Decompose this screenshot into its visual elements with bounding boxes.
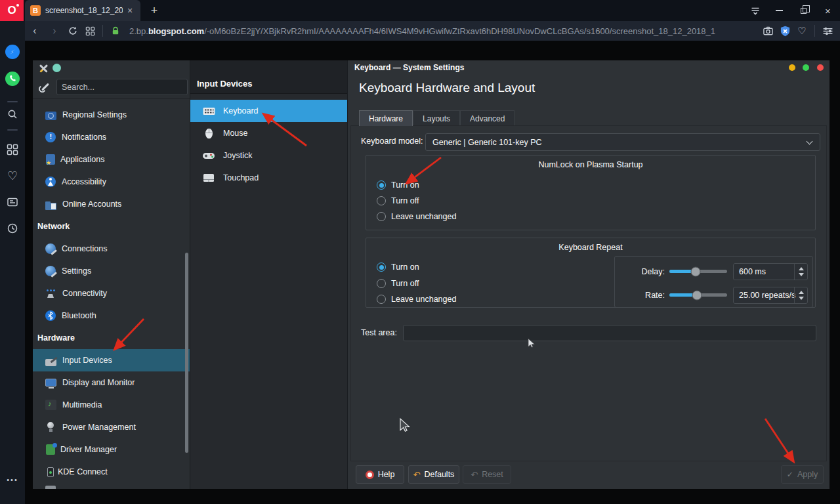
tune-icon[interactable] <box>819 26 836 37</box>
sidebar-item-regional-settings[interactable]: Regional Settings <box>33 104 190 126</box>
radio-icon <box>377 295 386 304</box>
sidebar-section-hardware: Hardware <box>33 327 190 349</box>
multimedia-icon <box>45 400 56 410</box>
messenger-icon[interactable] <box>5 45 20 62</box>
tab-layouts[interactable]: Layouts <box>413 110 460 126</box>
heart-icon[interactable]: ♡ <box>793 25 810 37</box>
back-button[interactable]: ‹ <box>25 25 45 37</box>
more-options-icon[interactable]: ••• <box>7 476 18 484</box>
reload-button[interactable] <box>64 26 81 36</box>
sidebar-item-input-devices[interactable]: Input Devices <box>33 349 190 371</box>
close-button[interactable]: × <box>816 0 840 21</box>
tab-bar: Hardware Layouts Advanced <box>359 110 514 126</box>
numlock-group-title: NumLock on Plasma Startup <box>366 160 815 169</box>
sidebar-item-driver-manager[interactable]: Driver Manager <box>33 438 190 461</box>
numlock-leave-unchanged[interactable]: Leave unchanged <box>377 209 456 224</box>
browser-tab[interactable]: B screenshot_18_12_20 × <box>25 0 140 21</box>
repeat-turn-on[interactable]: Turn on <box>377 260 419 274</box>
sidebar-item-bluetooth[interactable]: Bluetooth <box>33 304 190 327</box>
device-item-touchpad[interactable]: Touchpad <box>190 167 347 189</box>
sidebar-item-display-and-monitor[interactable]: Display and Monitor <box>33 371 190 394</box>
close-light[interactable] <box>817 64 824 71</box>
keyboard-icon <box>202 106 215 117</box>
minimize-button[interactable] <box>767 0 791 21</box>
chevron-down-icon <box>807 138 813 145</box>
heart-icon[interactable]: ♡ <box>7 169 18 183</box>
delay-spinbox[interactable]: 600 ms <box>733 263 808 280</box>
news-icon[interactable] <box>7 196 18 211</box>
rate-spinbox[interactable]: 25.00 repeats/s <box>733 287 808 304</box>
help-icon <box>366 471 374 479</box>
window-control-dot[interactable] <box>52 64 61 72</box>
rate-slider[interactable] <box>669 293 727 297</box>
tab-advanced[interactable]: Advanced <box>460 110 514 126</box>
category-list: Regional Settings Notifications Applicat… <box>33 104 190 483</box>
apply-button[interactable]: ✓Apply <box>781 465 824 484</box>
device-item-mouse[interactable]: Mouse <box>190 122 347 144</box>
spinner-arrows-icon[interactable] <box>794 287 807 303</box>
reset-button[interactable]: ↶Reset <box>463 465 511 484</box>
mouse-icon <box>202 128 215 139</box>
sidebar-item-connectivity[interactable]: Connectivity <box>33 282 190 304</box>
whatsapp-icon[interactable] <box>5 72 20 89</box>
repeat-leave-unchanged[interactable]: Leave unchanged <box>377 292 456 306</box>
tab-close-icon[interactable]: × <box>127 5 133 16</box>
tab-hardware[interactable]: Hardware <box>359 110 413 126</box>
delay-slider[interactable] <box>669 270 727 273</box>
device-list: Keyboard Mouse Joystick Touchpad <box>190 100 347 189</box>
speed-dial-icon[interactable] <box>7 144 18 158</box>
sidebar-scrollbar[interactable] <box>185 253 188 453</box>
test-area-label: Test area: <box>361 328 397 337</box>
delay-label: Delay: <box>615 267 665 276</box>
maximize-light[interactable] <box>803 64 809 71</box>
device-item-keyboard[interactable]: Keyboard <box>190 100 347 122</box>
tab-menu-icon[interactable] <box>743 0 767 21</box>
forward-button[interactable]: › <box>45 25 64 37</box>
sidebar-item-notifications[interactable]: Notifications <box>33 126 190 148</box>
sidebar-item-kde-connect[interactable]: KDE Connect <box>33 461 190 483</box>
numlock-turn-on[interactable]: Turn on <box>377 178 419 192</box>
defaults-icon: ↶ <box>413 471 421 479</box>
restore-button[interactable] <box>791 0 816 21</box>
connections-icon <box>45 243 56 254</box>
keyboard-model-select[interactable]: Generic | Generic 101-key PC <box>425 133 820 151</box>
sidebar-item-online-accounts[interactable]: Online Accounts <box>33 193 190 215</box>
sidebar-item-multimedia[interactable]: Multimedia <box>33 394 190 416</box>
system-settings-app-icon <box>39 64 48 73</box>
kde-connect-icon <box>47 467 54 477</box>
connectivity-icon <box>45 288 56 299</box>
defaults-button[interactable]: ↶Defaults <box>408 465 459 484</box>
input-devices-panel: Input Devices Keyboard Mouse Joystick To… <box>190 60 348 489</box>
display-icon <box>45 379 56 387</box>
test-area-row: Test area: <box>348 325 830 341</box>
speed-dial-icon[interactable] <box>81 26 98 36</box>
url-text[interactable]: 2.bp.blogspot.com/-oM6oBzE2jjY/XBjkRvR2h… <box>129 26 759 36</box>
new-tab-button[interactable]: + <box>146 2 163 19</box>
minimize-light[interactable] <box>789 64 795 71</box>
test-area-input[interactable] <box>403 325 816 341</box>
page-title: Keyboard Hardware and Layout <box>359 81 535 95</box>
input-devices-icon <box>45 359 56 366</box>
touchpad-icon <box>202 173 215 184</box>
lock-icon[interactable] <box>107 26 124 36</box>
sidebar-item-settings[interactable]: Settings <box>33 260 190 282</box>
numlock-turn-off[interactable]: Turn off <box>377 194 419 208</box>
repeat-turn-off[interactable]: Turn off <box>377 276 419 291</box>
history-icon[interactable] <box>7 222 18 237</box>
sidebar-item-applications[interactable]: Applications <box>33 148 190 171</box>
help-button[interactable]: Help <box>356 465 404 484</box>
device-item-joystick[interactable]: Joystick <box>190 144 347 167</box>
opera-logo[interactable]: O <box>0 0 24 21</box>
joystick-icon <box>202 150 215 161</box>
sidebar-item-connections[interactable]: Connections <box>33 238 190 260</box>
sidebar-item-power-management[interactable]: Power Management <box>33 416 190 438</box>
spinner-arrows-icon[interactable] <box>794 264 807 280</box>
search-icon[interactable] <box>7 108 18 123</box>
accessibility-icon <box>45 177 56 187</box>
address-bar: ‹ › 2.bp.blogspot.com/-oM6oBzE2jjY/XBjkR… <box>25 21 840 41</box>
sidebar-item-accessibility[interactable]: Accessibility <box>33 171 190 193</box>
search-input[interactable] <box>56 79 188 95</box>
shield-icon[interactable] <box>776 26 793 37</box>
panel-title: Input Devices <box>197 79 253 89</box>
camera-icon[interactable] <box>759 26 776 37</box>
